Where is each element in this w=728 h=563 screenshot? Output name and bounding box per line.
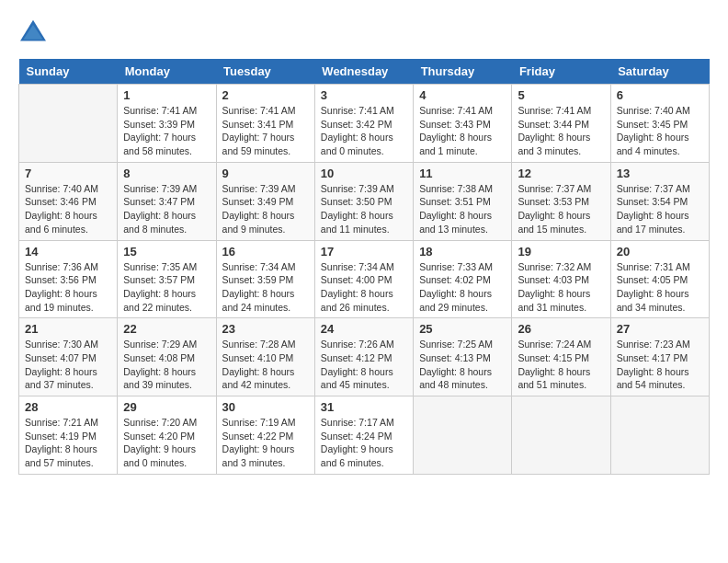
- calendar-cell: 11Sunrise: 7:38 AM Sunset: 3:51 PM Dayli…: [414, 162, 512, 240]
- column-header-monday: Monday: [118, 59, 216, 85]
- calendar-cell: 29Sunrise: 7:20 AM Sunset: 4:20 PM Dayli…: [118, 396, 216, 475]
- day-detail: Sunrise: 7:30 AM Sunset: 4:07 PM Dayligh…: [25, 338, 111, 392]
- calendar-header-row: SundayMondayTuesdayWednesdayThursdayFrid…: [19, 59, 710, 85]
- column-header-thursday: Thursday: [414, 59, 512, 85]
- calendar-cell: 27Sunrise: 7:23 AM Sunset: 4:17 PM Dayli…: [610, 318, 709, 396]
- day-detail: Sunrise: 7:39 AM Sunset: 3:49 PM Dayligh…: [222, 182, 309, 236]
- day-number: 12: [518, 167, 604, 180]
- day-detail: Sunrise: 7:41 AM Sunset: 3:43 PM Dayligh…: [419, 104, 506, 158]
- day-number: 25: [419, 322, 506, 336]
- day-number: 6: [617, 88, 703, 102]
- day-detail: Sunrise: 7:39 AM Sunset: 3:50 PM Dayligh…: [321, 182, 407, 236]
- calendar-cell: 9Sunrise: 7:39 AM Sunset: 3:49 PM Daylig…: [216, 162, 314, 240]
- day-number: 9: [222, 167, 309, 180]
- day-detail: Sunrise: 7:31 AM Sunset: 4:05 PM Dayligh…: [617, 260, 703, 315]
- day-detail: Sunrise: 7:25 AM Sunset: 4:13 PM Dayligh…: [419, 338, 506, 392]
- day-number: 26: [518, 322, 604, 336]
- day-detail: Sunrise: 7:24 AM Sunset: 4:15 PM Dayligh…: [518, 338, 604, 392]
- calendar-cell: 1Sunrise: 7:41 AM Sunset: 3:39 PM Daylig…: [118, 85, 216, 163]
- day-detail: Sunrise: 7:36 AM Sunset: 3:56 PM Dayligh…: [25, 260, 111, 315]
- calendar-cell: 31Sunrise: 7:17 AM Sunset: 4:24 PM Dayli…: [314, 396, 413, 475]
- calendar-cell: 7Sunrise: 7:40 AM Sunset: 3:46 PM Daylig…: [19, 162, 118, 240]
- day-number: 18: [419, 245, 506, 259]
- day-number: 13: [617, 167, 703, 180]
- day-number: 23: [222, 322, 309, 336]
- calendar-cell: 28Sunrise: 7:21 AM Sunset: 4:19 PM Dayli…: [19, 396, 118, 475]
- day-number: 4: [419, 88, 506, 102]
- calendar-cell: 16Sunrise: 7:34 AM Sunset: 3:59 PM Dayli…: [216, 240, 314, 318]
- day-number: 10: [321, 167, 407, 180]
- calendar-cell: 14Sunrise: 7:36 AM Sunset: 3:56 PM Dayli…: [19, 240, 118, 318]
- logo-icon: [18, 18, 48, 44]
- page-header: [18, 18, 710, 44]
- day-number: 17: [321, 245, 407, 259]
- day-number: 1: [123, 88, 210, 102]
- calendar-cell: 6Sunrise: 7:40 AM Sunset: 3:45 PM Daylig…: [610, 85, 709, 163]
- day-number: 29: [123, 400, 210, 414]
- column-header-tuesday: Tuesday: [216, 59, 314, 85]
- day-number: 31: [321, 400, 407, 414]
- calendar-cell: 24Sunrise: 7:26 AM Sunset: 4:12 PM Dayli…: [314, 318, 413, 396]
- day-number: 11: [419, 167, 506, 180]
- day-number: 2: [222, 88, 309, 102]
- day-number: 7: [25, 167, 111, 180]
- calendar-cell: [610, 396, 709, 475]
- day-detail: Sunrise: 7:41 AM Sunset: 3:42 PM Dayligh…: [321, 104, 407, 158]
- calendar-week-row: 7Sunrise: 7:40 AM Sunset: 3:46 PM Daylig…: [19, 162, 710, 240]
- day-number: 20: [617, 245, 703, 259]
- calendar-cell: [512, 396, 610, 475]
- day-number: 21: [25, 322, 111, 336]
- calendar-cell: 30Sunrise: 7:19 AM Sunset: 4:22 PM Dayli…: [216, 396, 314, 475]
- day-number: 22: [123, 322, 210, 336]
- calendar-cell: 4Sunrise: 7:41 AM Sunset: 3:43 PM Daylig…: [414, 85, 512, 163]
- day-detail: Sunrise: 7:29 AM Sunset: 4:08 PM Dayligh…: [123, 338, 210, 392]
- day-detail: Sunrise: 7:40 AM Sunset: 3:46 PM Dayligh…: [25, 182, 111, 236]
- day-detail: Sunrise: 7:32 AM Sunset: 4:03 PM Dayligh…: [518, 260, 604, 315]
- day-number: 24: [321, 322, 407, 336]
- day-number: 15: [123, 245, 210, 259]
- calendar-cell: 10Sunrise: 7:39 AM Sunset: 3:50 PM Dayli…: [314, 162, 413, 240]
- calendar-cell: 18Sunrise: 7:33 AM Sunset: 4:02 PM Dayli…: [414, 240, 512, 318]
- calendar-week-row: 21Sunrise: 7:30 AM Sunset: 4:07 PM Dayli…: [19, 318, 710, 396]
- day-detail: Sunrise: 7:41 AM Sunset: 3:41 PM Dayligh…: [222, 104, 309, 158]
- day-detail: Sunrise: 7:26 AM Sunset: 4:12 PM Dayligh…: [321, 338, 407, 392]
- calendar-cell: 22Sunrise: 7:29 AM Sunset: 4:08 PM Dayli…: [118, 318, 216, 396]
- calendar-cell: 25Sunrise: 7:25 AM Sunset: 4:13 PM Dayli…: [414, 318, 512, 396]
- column-header-wednesday: Wednesday: [314, 59, 413, 85]
- day-detail: Sunrise: 7:37 AM Sunset: 3:53 PM Dayligh…: [518, 182, 604, 236]
- calendar-cell: [414, 396, 512, 475]
- calendar-cell: 17Sunrise: 7:34 AM Sunset: 4:00 PM Dayli…: [314, 240, 413, 318]
- day-detail: Sunrise: 7:23 AM Sunset: 4:17 PM Dayligh…: [617, 338, 703, 392]
- calendar-cell: 8Sunrise: 7:39 AM Sunset: 3:47 PM Daylig…: [118, 162, 216, 240]
- calendar-cell: 19Sunrise: 7:32 AM Sunset: 4:03 PM Dayli…: [512, 240, 610, 318]
- column-header-friday: Friday: [512, 59, 610, 85]
- calendar-week-row: 1Sunrise: 7:41 AM Sunset: 3:39 PM Daylig…: [19, 85, 710, 163]
- day-detail: Sunrise: 7:21 AM Sunset: 4:19 PM Dayligh…: [25, 416, 111, 470]
- day-number: 28: [25, 400, 111, 414]
- day-detail: Sunrise: 7:38 AM Sunset: 3:51 PM Dayligh…: [419, 182, 506, 236]
- calendar-cell: 26Sunrise: 7:24 AM Sunset: 4:15 PM Dayli…: [512, 318, 610, 396]
- day-number: 8: [123, 167, 210, 180]
- day-detail: Sunrise: 7:37 AM Sunset: 3:54 PM Dayligh…: [617, 182, 703, 236]
- calendar-week-row: 14Sunrise: 7:36 AM Sunset: 3:56 PM Dayli…: [19, 240, 710, 318]
- day-detail: Sunrise: 7:28 AM Sunset: 4:10 PM Dayligh…: [222, 338, 309, 392]
- calendar-cell: 2Sunrise: 7:41 AM Sunset: 3:41 PM Daylig…: [216, 85, 314, 163]
- day-detail: Sunrise: 7:41 AM Sunset: 3:44 PM Dayligh…: [518, 104, 604, 158]
- day-number: 30: [222, 400, 309, 414]
- calendar-cell: 23Sunrise: 7:28 AM Sunset: 4:10 PM Dayli…: [216, 318, 314, 396]
- day-number: 19: [518, 245, 604, 259]
- column-header-saturday: Saturday: [610, 59, 709, 85]
- day-number: 14: [25, 245, 111, 259]
- calendar-cell: [19, 85, 118, 163]
- day-detail: Sunrise: 7:34 AM Sunset: 4:00 PM Dayligh…: [321, 260, 407, 315]
- day-detail: Sunrise: 7:40 AM Sunset: 3:45 PM Dayligh…: [617, 104, 703, 158]
- logo: [18, 18, 51, 44]
- day-number: 3: [321, 88, 407, 102]
- day-detail: Sunrise: 7:19 AM Sunset: 4:22 PM Dayligh…: [222, 416, 309, 470]
- day-number: 5: [518, 88, 604, 102]
- day-detail: Sunrise: 7:33 AM Sunset: 4:02 PM Dayligh…: [419, 260, 506, 315]
- calendar-cell: 5Sunrise: 7:41 AM Sunset: 3:44 PM Daylig…: [512, 85, 610, 163]
- day-number: 16: [222, 245, 309, 259]
- day-detail: Sunrise: 7:39 AM Sunset: 3:47 PM Dayligh…: [123, 182, 210, 236]
- day-detail: Sunrise: 7:20 AM Sunset: 4:20 PM Dayligh…: [123, 416, 210, 470]
